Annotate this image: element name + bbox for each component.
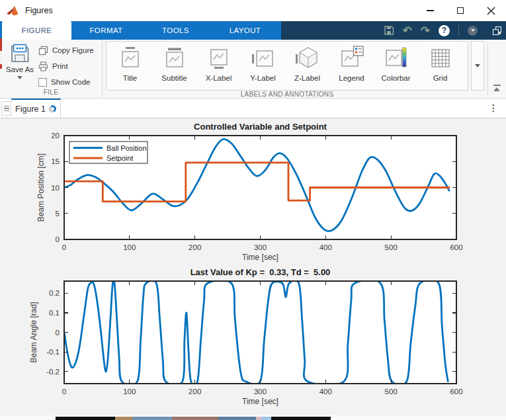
svg-text:Time [sec]: Time [sec] xyxy=(242,253,278,262)
save-as-label: Save As xyxy=(6,65,34,73)
close-icon xyxy=(487,7,495,15)
svg-text:600: 600 xyxy=(450,388,462,396)
print-icon xyxy=(38,62,48,71)
ribbon-body: Save As Copy Figure P xyxy=(0,40,506,99)
subtitle-icon xyxy=(162,45,187,73)
svg-text:300: 300 xyxy=(254,388,267,396)
collapse-ribbon-button[interactable] xyxy=(491,85,503,94)
qat-dropdown-icon[interactable] xyxy=(468,26,478,36)
svg-text:Last Value of Kp = 0.33, Td =: Last Value of Kp = 0.33, Td = 5.00 xyxy=(190,267,331,277)
show-code-checkbox[interactable] xyxy=(38,78,47,87)
x-label-icon xyxy=(206,45,232,73)
ribbon-tab-tools[interactable]: TOOLS xyxy=(141,21,210,40)
gallery-expand-icon xyxy=(475,64,480,67)
svg-text:100: 100 xyxy=(123,243,136,251)
tab-figure-1[interactable]: Figure 1 xyxy=(11,99,61,118)
busy-spinner-icon xyxy=(48,105,57,113)
legend-label: Legend xyxy=(339,74,364,82)
redo-icon[interactable]: ↷ xyxy=(421,25,430,36)
svg-text:Time [sec]: Time [sec] xyxy=(242,397,278,406)
svg-text:200: 200 xyxy=(189,243,201,251)
grid-icon xyxy=(428,45,453,73)
title-icon xyxy=(118,45,143,73)
ribbon-tab-strip: FIGURE FORMAT TOOLS LAYOUT ↶ ↷ ? xyxy=(0,21,506,40)
close-button[interactable] xyxy=(476,0,506,21)
svg-text:200: 200 xyxy=(189,388,201,396)
save-icon[interactable] xyxy=(384,25,394,36)
svg-text:400: 400 xyxy=(319,243,332,251)
title-label: Title xyxy=(123,74,137,82)
figure-plots[interactable]: 010020030040050060005101520Controlled Va… xyxy=(0,118,506,415)
title-bar: Figures xyxy=(0,0,506,21)
subtitle-button[interactable]: Subtitle xyxy=(152,43,196,89)
grid-label: Grid xyxy=(433,74,448,82)
svg-text:10: 10 xyxy=(51,184,60,192)
ribbon-tab-format[interactable]: FORMAT xyxy=(71,21,141,40)
save-as-button[interactable]: Save As xyxy=(3,42,36,89)
z-label-button[interactable]: Z-Label xyxy=(285,43,329,89)
svg-text:400: 400 xyxy=(319,388,332,396)
collapse-ribbon-icon xyxy=(493,85,501,86)
svg-text:0: 0 xyxy=(62,388,66,396)
svg-text:-0.1: -0.1 xyxy=(46,348,60,356)
gallery-expand-button[interactable] xyxy=(471,41,484,91)
svg-text:300: 300 xyxy=(254,243,267,251)
svg-text:100: 100 xyxy=(123,388,136,396)
svg-text:0.2: 0.2 xyxy=(49,289,60,297)
x-label-label: X-Label xyxy=(206,74,232,82)
svg-text:600: 600 xyxy=(450,243,462,251)
show-code-checkbox-row[interactable]: Show Code xyxy=(38,74,94,90)
figure-tab-label: Figure 1 xyxy=(15,105,46,114)
help-icon[interactable]: ? xyxy=(439,25,450,36)
svg-text:0: 0 xyxy=(62,243,66,251)
labels-annotations-gallery: Title Subtitle X-Label xyxy=(106,41,468,91)
minimize-button[interactable] xyxy=(415,0,445,21)
minimize-icon xyxy=(427,10,434,11)
grid-button[interactable]: Grid xyxy=(418,43,462,89)
svg-text:20: 20 xyxy=(51,132,60,140)
z-label-icon xyxy=(295,45,320,73)
svg-text:Ball Position: Ball Position xyxy=(106,144,147,152)
dock-window-icon[interactable] xyxy=(492,26,502,36)
print-button[interactable]: Print xyxy=(38,58,94,74)
svg-text:0: 0 xyxy=(56,329,60,337)
chart-0: 010020030040050060005101520Controlled Va… xyxy=(36,122,463,262)
print-label: Print xyxy=(52,62,68,70)
z-label-label: Z-Label xyxy=(294,74,320,82)
quick-access-toolbar: ↶ ↷ ? xyxy=(384,21,503,40)
maximize-button[interactable] xyxy=(445,0,476,21)
file-section: Save As Copy Figure P xyxy=(0,40,103,98)
title-button[interactable]: Title xyxy=(108,43,152,89)
subtitle-label: Subtitle xyxy=(161,74,187,82)
copy-figure-button[interactable]: Copy Figure xyxy=(38,42,94,58)
svg-text:15: 15 xyxy=(51,157,60,165)
window-title: Figures xyxy=(25,6,53,15)
svg-text:500: 500 xyxy=(385,388,398,396)
legend-button[interactable]: Legend xyxy=(329,43,374,89)
svg-text:5: 5 xyxy=(56,210,60,218)
colorbar-button[interactable]: Colorbar xyxy=(374,43,418,89)
document-list-button[interactable] xyxy=(1,101,11,116)
svg-text:-0.2: -0.2 xyxy=(46,368,60,376)
save-as-icon xyxy=(9,42,31,65)
maximize-icon xyxy=(457,7,464,14)
figure-canvas: 010020030040050060005101520Controlled Va… xyxy=(0,118,506,415)
labels-section-label: LABELS AND ANNOTATIONS xyxy=(106,91,468,98)
svg-text:Beam Position [cm]: Beam Position [cm] xyxy=(36,153,46,222)
y-label-icon xyxy=(251,45,276,73)
ribbon-tab-figure[interactable]: FIGURE xyxy=(2,21,71,40)
figures-window: Figures FIGURE FORMAT TOOLS LAYOUT ↶ ↷ ? xyxy=(0,0,506,420)
undo-icon[interactable]: ↶ xyxy=(403,25,412,36)
chart-1: 0100200300400500600-0.2-0.100.10.2Last V… xyxy=(29,267,463,406)
ribbon-tab-layout[interactable]: LAYOUT xyxy=(210,21,280,40)
y-label-label: Y-Label xyxy=(250,74,276,82)
svg-text:Setpoint: Setpoint xyxy=(106,154,133,162)
qat-divider xyxy=(458,24,459,36)
ribbon-divider xyxy=(487,42,488,95)
y-label-button[interactable]: Y-Label xyxy=(241,43,285,89)
tab-actions-icon[interactable]: ⋮ xyxy=(489,102,498,114)
x-label-button[interactable]: X-Label xyxy=(196,43,241,89)
colorbar-icon xyxy=(384,45,409,73)
save-as-dropdown-icon xyxy=(17,76,22,79)
svg-text:0.1: 0.1 xyxy=(49,309,60,317)
